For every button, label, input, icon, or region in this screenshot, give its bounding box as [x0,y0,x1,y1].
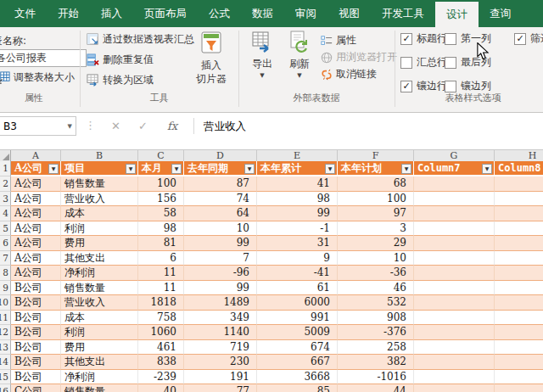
row-number[interactable]: 8 [0,266,11,281]
header-cell[interactable]: 本年累计▼ [257,161,338,176]
filter-dropdown-icon[interactable]: ▼ [244,164,255,174]
cell[interactable]: 230 [184,355,257,370]
cell[interactable]: 258 [338,340,414,356]
cell[interactable]: 7 [184,251,257,266]
cell[interactable] [495,221,543,237]
style-option-checkbox[interactable]: 汇总行 [400,56,447,69]
filter-dropdown-icon[interactable]: ▼ [482,164,492,174]
cell[interactable]: 40 [138,384,184,392]
cell[interactable] [414,311,495,326]
cell[interactable]: 99 [184,236,257,251]
cell[interactable]: 74 [184,192,257,207]
external-properties-button[interactable]: 属性 [321,33,356,48]
cell[interactable] [495,355,543,370]
cell[interactable]: B公司 [11,340,61,356]
filter-dropdown-icon[interactable]: ▼ [325,164,335,174]
cell[interactable] [495,384,543,392]
cell[interactable]: 532 [338,295,414,311]
cell[interactable]: 85 [257,384,338,392]
cell[interactable]: 99 [257,206,338,221]
cell[interactable]: 其他支出 [61,355,138,370]
cell[interactable]: 销售数量 [61,384,138,392]
cell[interactable]: 81 [138,236,184,251]
cell[interactable]: -1016 [338,370,414,385]
cell[interactable] [414,236,495,251]
resize-table-button[interactable]: 调整表格大小 [0,70,75,85]
cell[interactable] [414,251,495,266]
cell[interactable]: 6000 [257,295,338,311]
cell[interactable]: 100 [338,192,414,207]
enter-icon[interactable]: ✓ [138,116,148,136]
cell[interactable]: C公司 [11,384,61,392]
summarize-with-pivot-button[interactable]: 通过数据透视表汇总 [87,32,194,47]
cell[interactable]: B公司 [11,325,61,340]
ribbon-tab[interactable]: 页面布局 [133,0,198,27]
cell[interactable] [495,340,543,356]
row-number[interactable]: 10 [0,295,11,311]
cell[interactable]: A公司 [11,236,61,251]
column-letter[interactable]: G [414,150,495,162]
refresh-button[interactable]: 刷新 ▼ [282,31,317,79]
cell[interactable] [414,340,495,356]
cell[interactable]: 1140 [184,325,257,340]
cell[interactable] [414,266,495,281]
cell[interactable]: 98 [138,221,184,237]
header-cell[interactable]: 去年同期▼ [184,161,257,176]
cell[interactable] [495,206,543,221]
cell[interactable]: 销售数量 [61,281,138,296]
cell[interactable]: B公司 [11,295,61,311]
cell[interactable]: -41 [257,266,338,281]
row-number[interactable]: 5 [0,221,11,237]
cell[interactable]: 87 [184,176,257,192]
cell[interactable]: 净利润 [61,266,138,281]
cell[interactable]: A公司 [11,176,61,192]
export-button[interactable]: 导出 ▼ [244,31,280,79]
filter-dropdown-icon[interactable]: ▼ [126,164,136,174]
cell[interactable] [495,311,543,326]
cell[interactable]: B公司 [11,370,61,385]
convert-to-range-button[interactable]: 转换为区域 [87,73,154,87]
cell[interactable]: 191 [184,370,257,385]
cell[interactable]: 31 [257,236,338,251]
cell[interactable]: 97 [338,206,414,221]
column-letter[interactable]: C [138,150,184,162]
column-letter[interactable]: E [257,150,338,162]
header-cell[interactable]: Column7▼ [414,161,495,176]
cell[interactable]: 销售数量 [61,176,138,192]
cell[interactable]: 10 [338,251,414,266]
cell[interactable]: 费用 [61,340,138,356]
cell[interactable]: -1 [257,221,338,237]
ribbon-tab[interactable]: 查询 [479,0,522,27]
cell[interactable]: 991 [257,311,338,326]
cell[interactable]: 利润 [61,325,138,340]
ribbon-tab[interactable]: 开发工具 [371,0,435,27]
cell[interactable] [495,370,543,385]
cell[interactable] [414,384,495,392]
header-cell[interactable]: 本月▼ [138,161,184,176]
cell[interactable]: 44 [338,384,414,392]
cell[interactable]: 667 [257,355,338,370]
cell[interactable]: A公司 [11,206,61,221]
cell[interactable]: 29 [338,236,414,251]
ribbon-tab[interactable]: 插入 [90,0,133,27]
cell[interactable]: 11 [138,281,184,296]
cell[interactable]: 费用 [61,236,138,251]
row-number[interactable]: 2 [0,176,11,192]
cell[interactable]: 99 [184,281,257,296]
cancel-icon[interactable]: ✕ [111,116,120,136]
cell[interactable] [414,206,495,221]
cell[interactable]: B公司 [11,355,61,370]
cell[interactable] [495,295,543,311]
row-number[interactable]: 7 [0,251,11,266]
ribbon-tab[interactable]: 设计 [435,2,479,27]
cell[interactable]: 营业收入 [61,295,138,311]
row-number[interactable]: 12 [0,325,11,340]
style-option-checkbox[interactable]: ✓标题行 [400,32,447,45]
header-cell[interactable]: 项目▼ [61,161,138,176]
cell[interactable]: 61 [257,281,338,296]
cell[interactable]: -376 [338,325,414,340]
select-all-corner[interactable] [0,150,11,162]
cell[interactable]: 46 [338,281,414,296]
cell[interactable]: 1489 [184,295,257,311]
cell[interactable] [495,325,543,340]
